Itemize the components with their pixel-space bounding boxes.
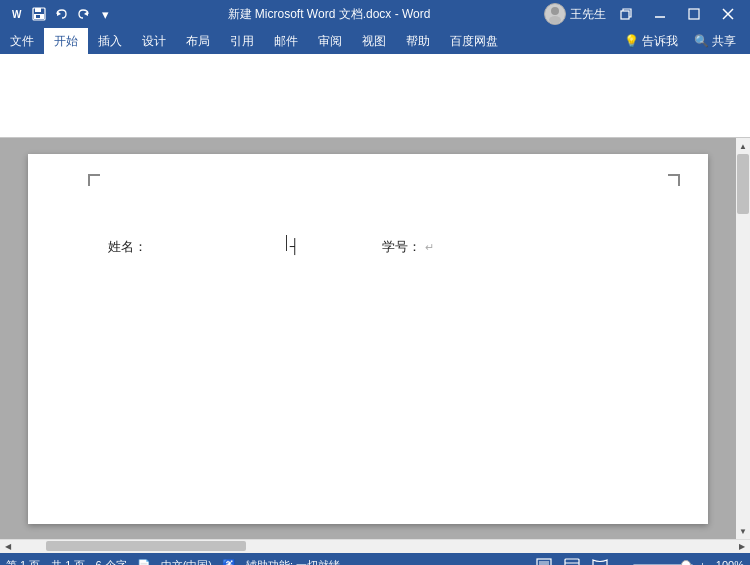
scroll-down-button[interactable]: ▼ [736,523,750,539]
svg-rect-10 [621,11,629,19]
tab-references[interactable]: 引用 [220,28,264,54]
svg-marker-7 [84,11,88,16]
close-button[interactable] [714,0,742,28]
layout-icon: 📄 [137,559,151,566]
tab-review[interactable]: 审阅 [308,28,352,54]
svg-point-8 [551,7,559,15]
tab-design[interactable]: 设计 [132,28,176,54]
cursor-shape: ┤ [290,234,300,259]
ribbon-right: 💡 告诉我 🔍 共享 [618,28,750,54]
id-label: 学号： [382,235,421,258]
scroll-up-button[interactable]: ▲ [736,138,750,154]
doc-line-1: 姓名： ┤ 学号： ↵ [108,234,648,259]
status-bar-right: － ＋ 100% [534,556,744,565]
document-title: 新建 Microsoft Word 文档.docx - Word [114,6,544,23]
tab-insert[interactable]: 插入 [88,28,132,54]
svg-rect-5 [36,15,40,18]
enter-symbol: ↵ [425,238,434,258]
word-icon: W [8,5,26,23]
document-content: 姓名： ┤ 学号： ↵ [108,194,648,259]
text-cursor [286,235,287,251]
tab-help[interactable]: 帮助 [396,28,440,54]
redo-button[interactable] [74,5,92,23]
web-layout-view-button[interactable] [562,556,582,565]
zoom-level: 100% [716,559,744,565]
ribbon-tabs: 文件 开始 插入 设计 布局 引用 邮件 审阅 视图 帮助 百度网盘 💡 告诉我… [0,28,750,54]
corner-mark-tl [88,174,100,186]
tab-baidu[interactable]: 百度网盘 [440,28,508,54]
tell-me-button[interactable]: 💡 告诉我 [618,28,684,54]
page-info: 第 1 页，共 1 页 [6,558,85,566]
undo-button[interactable] [52,5,70,23]
scroll-track-v[interactable] [736,154,750,523]
language: 中文(中国) [161,558,212,566]
svg-rect-19 [565,559,579,565]
document-area: 姓名： ┤ 学号： ↵ ▲ ▼ [0,138,750,539]
accessibility-icon: ♿ [222,559,236,566]
scroll-track-h[interactable] [16,540,734,554]
scroll-thumb-h[interactable] [46,541,246,551]
ribbon-wrap: 文件 开始 插入 设计 布局 引用 邮件 审阅 视图 帮助 百度网盘 💡 告诉我… [0,28,750,54]
minimize-button[interactable] [646,0,674,28]
tab-mailings[interactable]: 邮件 [264,28,308,54]
horizontal-scrollbar-area[interactable]: ◀ ▶ [0,539,750,553]
scroll-right-button[interactable]: ▶ [734,540,750,554]
tell-me-label: 告诉我 [642,33,678,50]
ribbon-body [0,54,750,138]
svg-rect-12 [689,9,699,19]
user-name: 王先生 [570,6,606,23]
vertical-scrollbar[interactable]: ▲ ▼ [736,138,750,539]
svg-rect-3 [35,8,41,12]
scroll-thumb-v[interactable] [737,154,749,214]
zoom-plus-button[interactable]: ＋ [697,558,708,566]
tab-layout[interactable]: 布局 [176,28,220,54]
quick-access-toolbar: W ▾ [8,5,114,23]
tab-view[interactable]: 视图 [352,28,396,54]
accessibility-status: 辅助功能: 一切就绪 [246,558,340,566]
save-qat-button[interactable] [30,5,48,23]
zoom-slider-thumb[interactable] [681,560,691,566]
title-bar: W ▾ 新建 Microsoft Word 文档.docx - Word 王先生 [0,0,750,28]
user-avatar [544,3,566,25]
zoom-minus-button[interactable]: － [618,558,629,566]
share-label: 共享 [712,33,736,50]
restore-button[interactable] [612,0,640,28]
title-bar-controls: 王先生 [544,0,742,28]
svg-text:W: W [12,9,22,20]
scroll-left-button[interactable]: ◀ [0,540,16,554]
maximize-button[interactable] [680,0,708,28]
read-mode-view-button[interactable] [590,556,610,565]
document-scroll[interactable]: 姓名： ┤ 学号： ↵ [0,138,736,539]
zoom-controls: － ＋ 100% [618,558,744,566]
customize-qat-button[interactable]: ▾ [96,5,114,23]
svg-marker-6 [57,11,61,16]
svg-point-9 [549,16,561,24]
document-page: 姓名： ┤ 学号： ↵ [28,154,708,524]
tab-home[interactable]: 开始 [44,28,88,54]
user-area[interactable]: 王先生 [544,3,606,25]
share-button[interactable]: 🔍 共享 [688,28,742,54]
lightbulb-icon: 💡 [624,34,639,48]
corner-mark-tr [668,174,680,186]
print-layout-view-button[interactable] [534,556,554,565]
status-bar: 第 1 页，共 1 页 6 个字 📄 中文(中国) ♿ 辅助功能: 一切就绪 －… [0,553,750,565]
share-icon: 🔍 [694,34,709,48]
tab-file[interactable]: 文件 [0,28,44,54]
name-label: 姓名： [108,235,147,258]
word-count: 6 个字 [95,558,126,566]
